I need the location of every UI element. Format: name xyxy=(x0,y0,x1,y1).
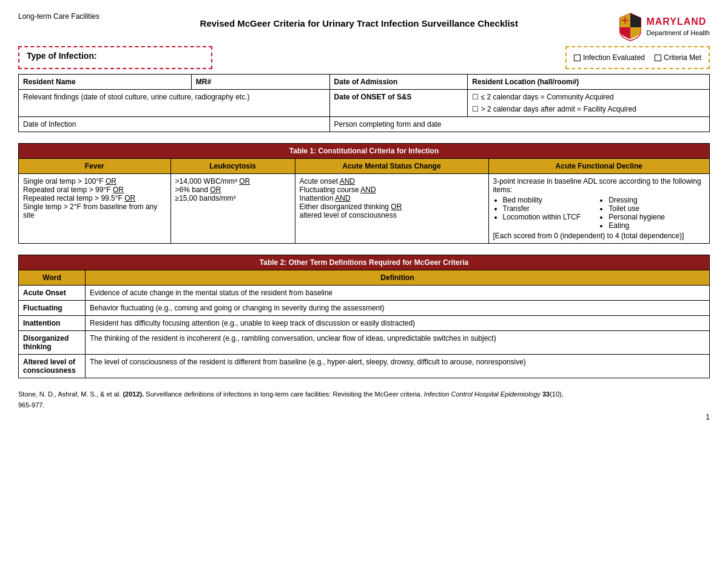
col-def-header: Definition xyxy=(86,270,710,286)
list-item: Locomotion within LTCF xyxy=(503,213,599,221)
relevant-findings-cell: Relevant findings (date of stool culture… xyxy=(19,90,330,117)
page-number: 1 xyxy=(18,413,710,421)
definition-cell: Behavior fluctuating (e.g., coming and g… xyxy=(86,301,710,316)
logo: MARYLAND Department of Health xyxy=(618,12,710,41)
calendar-line1: ☐ ≤ 2 calendar days = Community Acquired xyxy=(472,93,705,101)
table-row: InattentionResident has difficulty focus… xyxy=(19,316,710,331)
col-word-header: Word xyxy=(19,270,86,286)
table2-definitions: Table 2: Other Term Definitions Required… xyxy=(18,255,710,378)
list-item: Dressing xyxy=(608,196,705,204)
definition-cell: Resident has difficulty focusing attenti… xyxy=(86,316,710,331)
table-row: Resident Name MR# Date of Admission Resi… xyxy=(19,75,710,90)
word-cell: Altered level of consciousness xyxy=(19,355,86,378)
word-cell: Fluctuating xyxy=(19,301,86,316)
functional-bullets-right: Dressing Toilet use Personal hygiene Eat… xyxy=(599,196,705,230)
table-title-row: Table 1: Constitutional Criteria for Inf… xyxy=(19,144,710,159)
table-row: Acute OnsetEvidence of acute change in t… xyxy=(19,286,710,301)
functional-footer: [Each scored from 0 (independent) to 4 (… xyxy=(493,232,706,240)
infection-type-box: Type of Infection: xyxy=(18,46,212,69)
table-header-row: Word Definition xyxy=(19,270,710,286)
table-row: Relevant findings (date of stool culture… xyxy=(19,90,710,117)
single-temp-label: Single oral temp > 100°F OR xyxy=(23,177,116,186)
maryland-shield-icon xyxy=(618,12,642,41)
main-title: Revised McGeer Criteria for Urinary Trac… xyxy=(99,12,618,28)
word-cell: Disorganized thinking xyxy=(19,331,86,355)
functional-intro: 3-point increase in baseline ADL score a… xyxy=(493,177,706,194)
table-row: Date of Infection Person completing form… xyxy=(19,117,710,132)
list-item: Toilet use xyxy=(608,204,705,213)
table1-title: Table 1: Constitutional Criteria for Inf… xyxy=(19,144,710,159)
citation: Stone, N. D., Ashraf, M. S., & et al. (2… xyxy=(18,389,564,410)
col-fever-header: Fever xyxy=(19,159,171,174)
repeated-oral-label: Repeated oral temp > 99°F OR xyxy=(23,186,124,194)
resident-info-table: Resident Name MR# Date of Admission Resi… xyxy=(18,74,710,132)
single-temp-baseline-label: Single temp > 2°F from baseline from any… xyxy=(23,202,157,219)
definition-cell: The thinking of the resident is incohere… xyxy=(86,331,710,355)
table2-title: Table 2: Other Term Definitions Required… xyxy=(19,255,710,270)
infection-evaluated-checkbox[interactable]: Infection Evaluated xyxy=(574,53,645,62)
infection-row: Type of Infection: Infection Evaluated C… xyxy=(18,46,710,69)
criteria-met-checkbox[interactable]: Criteria Met xyxy=(655,53,701,62)
fever-cell: Single oral temp > 100°F OR Repeated ora… xyxy=(19,174,171,244)
page-header: Long-term Care Facilities Revised McGeer… xyxy=(18,12,710,41)
col-resident-name: Resident Name xyxy=(19,75,192,90)
onset-cell: Date of ONSET of S&S xyxy=(329,90,468,117)
leuko-cell: >14,000 WBC/mm³ OR >6% band OR ≥15,00 ba… xyxy=(170,174,295,244)
col-admission: Date of Admission xyxy=(329,75,468,90)
functional-cell: 3-point increase in baseline ADL score a… xyxy=(488,174,710,244)
table-row: Altered level of consciousnessThe level … xyxy=(19,355,710,378)
table-data-row: Single oral temp > 100°F OR Repeated ora… xyxy=(19,174,710,244)
calendar-line2: ☐ > 2 calendar days after admit = Facili… xyxy=(472,105,705,113)
table-row: FluctuatingBehavior fluctuating (e.g., c… xyxy=(19,301,710,316)
list-item: Bed mobility xyxy=(503,196,599,204)
mental-cell: Acute onset AND Fluctuating course AND I… xyxy=(295,174,488,244)
col-location: Resident Location (hall/room#) xyxy=(468,75,710,90)
header-left: Long-term Care Facilities xyxy=(18,12,99,21)
word-cell: Acute Onset xyxy=(19,286,86,301)
checkboxes-box: Infection Evaluated Criteria Met xyxy=(565,46,710,69)
logo-text: MARYLAND Department of Health xyxy=(646,16,710,37)
col-mr: MR# xyxy=(191,75,329,90)
word-cell: Inattention xyxy=(19,316,86,331)
calendar-days-cell: ☐ ≤ 2 calendar days = Community Acquired… xyxy=(468,90,710,117)
functional-bullets-left: Bed mobility Transfer Locomotion within … xyxy=(493,196,599,230)
repeated-rectal-label: Repeated rectal temp > 99.5°F OR xyxy=(23,194,135,202)
checkbox-square-icon xyxy=(655,55,661,61)
table1-constitutional: Table 1: Constitutional Criteria for Inf… xyxy=(18,143,710,244)
facility-label: Long-term Care Facilities xyxy=(18,12,99,21)
list-item: Personal hygiene xyxy=(608,213,705,221)
person-completing-cell: Person completing form and date xyxy=(329,117,709,132)
list-item: Transfer xyxy=(503,204,599,213)
definition-cell: Evidence of acute change in the mental s… xyxy=(86,286,710,301)
table-title-row: Table 2: Other Term Definitions Required… xyxy=(19,255,710,270)
table-header-row: Fever Leukocytosis Acute Mental Status C… xyxy=(19,159,710,174)
col-functional-header: Acute Functional Decline xyxy=(488,159,710,174)
table-row: Disorganized thinkingThe thinking of the… xyxy=(19,331,710,355)
definition-cell: The level of consciousness of the reside… xyxy=(86,355,710,378)
list-item: Eating xyxy=(608,221,705,230)
col-leuko-header: Leukocytosis xyxy=(170,159,295,174)
col-mental-header: Acute Mental Status Change xyxy=(295,159,488,174)
checkbox-square-icon xyxy=(574,55,581,61)
date-infection-cell: Date of Infection xyxy=(19,117,330,132)
citation-text: Stone, N. D., Ashraf, M. S., & et al. (2… xyxy=(18,390,564,409)
